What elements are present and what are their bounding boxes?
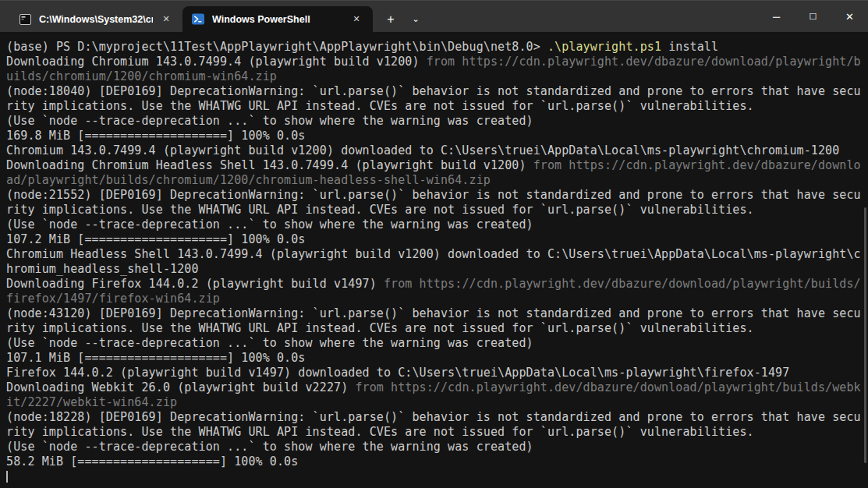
- tab-bar: C:\Windows\System32\cmd.ex ✕ Windows Pow…: [0, 1, 427, 32]
- terminal-line: (Use `node --trace-deprecation ...` to s…: [6, 336, 868, 351]
- terminal-line: Firefox 144.0.2 (playwright build v1497)…: [6, 366, 868, 380]
- terminal-line: (base) PS D:\myproject\11Test\AppPlaywri…: [6, 40, 868, 55]
- terminal-line: (node:21552) [DEP0169] DeprecationWarnin…: [6, 188, 868, 203]
- terminal-line: rity implications. Use the WHATWG URL AP…: [6, 203, 868, 217]
- terminal-line: (Use `node --trace-deprecation ...` to s…: [6, 217, 868, 232]
- terminal-line: Downloading Webkit 26.0 (playwright buil…: [6, 380, 868, 395]
- powershell-icon: [192, 13, 204, 26]
- close-button[interactable]: ✕: [831, 1, 868, 32]
- terminal-line: Chromium 143.0.7499.4 (playwright build …: [6, 143, 868, 158]
- terminal-line: 107.1 MiB [====================] 100% 0.…: [6, 351, 868, 366]
- tab-cmd[interactable]: C:\Windows\System32\cmd.ex ✕: [9, 6, 182, 32]
- terminal-line: Chromium Headless Shell 143.0.7499.4 (pl…: [6, 247, 868, 262]
- new-tab-button[interactable]: +: [377, 6, 404, 32]
- terminal-line: (Use `node --trace-deprecation ...` to s…: [6, 114, 868, 129]
- terminal-line: 107.2 MiB [====================] 100% 0.…: [6, 232, 868, 247]
- terminal-line: Downloading Chromium 143.0.7499.4 (playw…: [6, 55, 868, 69]
- terminal-line: Downloading Chromium Headless Shell 143.…: [6, 158, 868, 173]
- terminal-line: ad/playwright/builds/chromium/1200/chrom…: [6, 173, 868, 188]
- terminal-lines: (base) PS D:\myproject\11Test\AppPlaywri…: [6, 40, 868, 469]
- terminal-line: (node:18228) [DEP0169] DeprecationWarnin…: [6, 410, 868, 425]
- scrollbar-thumb[interactable]: [864, 207, 866, 463]
- titlebar[interactable]: C:\Windows\System32\cmd.ex ✕ Windows Pow…: [0, 1, 868, 32]
- terminal-line: rity implications. Use the WHATWG URL AP…: [6, 425, 868, 440]
- tab-title: Windows PowerShell: [212, 14, 343, 25]
- terminal-output[interactable]: (base) PS D:\myproject\11Test\AppPlaywri…: [0, 32, 868, 488]
- terminal-line: 169.8 MiB [====================] 100% 0.…: [6, 129, 868, 143]
- text-cursor: [6, 471, 8, 483]
- window-controls: ─ ☐ ✕: [758, 1, 868, 32]
- tab-close-icon[interactable]: ✕: [158, 11, 175, 28]
- tab-powershell[interactable]: Windows PowerShell ✕: [182, 6, 373, 32]
- cmd-icon: [19, 13, 31, 26]
- terminal-line: hromium_headless_shell-1200: [6, 262, 868, 277]
- terminal-line: rity implications. Use the WHATWG URL AP…: [6, 321, 868, 336]
- terminal-line: (node:43120) [DEP0169] DeprecationWarnin…: [6, 306, 868, 321]
- terminal-line: uilds/chromium/1200/chromium-win64.zip: [6, 69, 868, 84]
- terminal-window: C:\Windows\System32\cmd.ex ✕ Windows Pow…: [0, 0, 868, 488]
- tab-title: C:\Windows\System32\cmd.ex: [39, 14, 153, 25]
- terminal-line: (node:18040) [DEP0169] DeprecationWarnin…: [6, 84, 868, 99]
- terminal-line: (Use `node --trace-deprecation ...` to s…: [6, 440, 868, 454]
- terminal-line: Downloading Firefox 144.0.2 (playwright …: [6, 277, 868, 292]
- maximize-button[interactable]: ☐: [795, 1, 831, 32]
- terminal-line: 58.2 MiB [====================] 100% 0.0…: [6, 454, 868, 469]
- cursor-line: [6, 469, 868, 484]
- tab-close-icon[interactable]: ✕: [348, 11, 365, 28]
- terminal-line: rity implications. Use the WHATWG URL AP…: [6, 99, 868, 114]
- tab-dropdown-button[interactable]: ⌄: [404, 6, 427, 32]
- terminal-line: it/2227/webkit-win64.zip: [6, 395, 868, 410]
- minimize-button[interactable]: ─: [758, 1, 795, 32]
- terminal-line: firefox/1497/firefox-win64.zip: [6, 292, 868, 306]
